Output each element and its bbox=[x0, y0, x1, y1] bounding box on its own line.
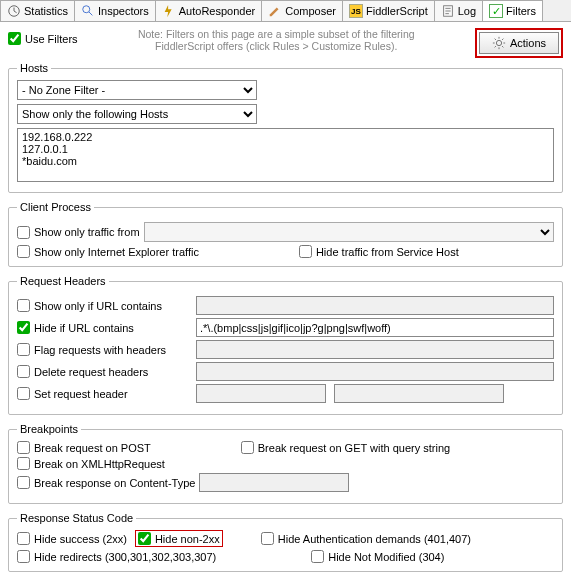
ie-only-checkbox[interactable]: Show only Internet Explorer traffic bbox=[17, 245, 199, 258]
show-if-url-checkbox[interactable]: Show only if URL contains bbox=[17, 299, 162, 312]
set-header-name-input[interactable] bbox=[196, 384, 326, 403]
use-filters-label: Use Filters bbox=[25, 33, 78, 45]
set-header-value-input[interactable] bbox=[334, 384, 504, 403]
response-status-legend: Response Status Code bbox=[17, 512, 136, 524]
tab-filters[interactable]: ✓ Filters bbox=[482, 0, 543, 21]
note-text: Note: Filters on this page are a simple … bbox=[86, 28, 467, 52]
hide-success-checkbox[interactable]: Hide success (2xx) bbox=[17, 530, 127, 547]
tab-statistics[interactable]: Statistics bbox=[0, 0, 75, 21]
break-get-qs-checkbox[interactable]: Break request on GET with query string bbox=[241, 441, 450, 454]
lightning-icon bbox=[162, 4, 176, 18]
actions-button[interactable]: Actions bbox=[479, 32, 559, 54]
delete-headers-checkbox[interactable]: Delete request headers bbox=[17, 365, 148, 378]
flag-headers-checkbox[interactable]: Flag requests with headers bbox=[17, 343, 166, 356]
breakpoints-group: Breakpoints Break request on POST Break … bbox=[8, 423, 563, 504]
js-icon: JS bbox=[349, 4, 363, 18]
hide-non2xx-highlight: Hide non-2xx bbox=[135, 530, 223, 547]
set-header-checkbox[interactable]: Set request header bbox=[17, 387, 128, 400]
host-filter-select[interactable]: Show only the following Hosts bbox=[17, 104, 257, 124]
tab-label: Log bbox=[458, 5, 476, 17]
hide-service-host-checkbox[interactable]: Hide traffic from Service Host bbox=[299, 245, 459, 258]
checkbox-icon: ✓ bbox=[489, 4, 503, 18]
hide-non2xx-checkbox[interactable]: Hide non-2xx bbox=[138, 532, 220, 545]
use-filters-checkbox[interactable]: Use Filters bbox=[8, 32, 78, 45]
tab-composer[interactable]: Composer bbox=[261, 0, 343, 21]
magnifier-icon bbox=[81, 4, 95, 18]
tab-label: Filters bbox=[506, 5, 536, 17]
response-status-group: Response Status Code Hide success (2xx) … bbox=[8, 512, 563, 572]
clock-icon bbox=[7, 4, 21, 18]
gear-icon bbox=[492, 36, 506, 50]
tab-label: FiddlerScript bbox=[366, 5, 428, 17]
request-headers-legend: Request Headers bbox=[17, 275, 109, 287]
tab-bar: Statistics Inspectors AutoResponder Comp… bbox=[0, 0, 571, 22]
client-process-group: Client Process Show only traffic from Sh… bbox=[8, 201, 563, 267]
tab-label: AutoResponder bbox=[179, 5, 255, 17]
actions-highlight: Actions bbox=[475, 28, 563, 58]
tab-autoresponder[interactable]: AutoResponder bbox=[155, 0, 262, 21]
break-xhr-checkbox[interactable]: Break on XMLHttpRequest bbox=[17, 457, 165, 470]
delete-headers-input[interactable] bbox=[196, 362, 554, 381]
actions-label: Actions bbox=[510, 37, 546, 49]
svg-point-1 bbox=[83, 6, 90, 13]
hosts-textarea[interactable]: 192.168.0.222 127.0.0.1 *baidu.com bbox=[17, 128, 554, 182]
hide-notmodified-checkbox[interactable]: Hide Not Modified (304) bbox=[311, 550, 444, 563]
hide-auth-checkbox[interactable]: Hide Authentication demands (401,407) bbox=[261, 530, 471, 547]
hide-if-url-input[interactable] bbox=[196, 318, 554, 337]
breakpoints-legend: Breakpoints bbox=[17, 423, 81, 435]
flag-headers-input[interactable] bbox=[196, 340, 554, 359]
hosts-group: Hosts - No Zone Filter - Show only the f… bbox=[8, 62, 563, 193]
show-only-traffic-checkbox[interactable]: Show only traffic from bbox=[17, 226, 140, 239]
pencil-icon bbox=[268, 4, 282, 18]
svg-point-3 bbox=[496, 40, 501, 45]
tab-label: Inspectors bbox=[98, 5, 149, 17]
tab-log[interactable]: Log bbox=[434, 0, 483, 21]
tab-label: Statistics bbox=[24, 5, 68, 17]
break-content-type-checkbox[interactable]: Break response on Content-Type bbox=[17, 476, 195, 489]
client-process-legend: Client Process bbox=[17, 201, 94, 213]
zone-filter-select[interactable]: - No Zone Filter - bbox=[17, 80, 257, 100]
tab-inspectors[interactable]: Inspectors bbox=[74, 0, 156, 21]
hosts-legend: Hosts bbox=[17, 62, 51, 74]
tab-fiddlerscript[interactable]: JS FiddlerScript bbox=[342, 0, 435, 21]
break-content-type-input[interactable] bbox=[199, 473, 349, 492]
request-headers-group: Request Headers Show only if URL contain… bbox=[8, 275, 563, 415]
document-icon bbox=[441, 4, 455, 18]
hide-if-url-checkbox[interactable]: Hide if URL contains bbox=[17, 321, 134, 334]
process-select[interactable] bbox=[144, 222, 554, 242]
break-post-checkbox[interactable]: Break request on POST bbox=[17, 441, 151, 454]
filters-panel: Use Filters Note: Filters on this page a… bbox=[0, 22, 571, 580]
hide-redirects-checkbox[interactable]: Hide redirects (300,301,302,303,307) bbox=[17, 550, 216, 563]
show-if-url-input[interactable] bbox=[196, 296, 554, 315]
tab-label: Composer bbox=[285, 5, 336, 17]
